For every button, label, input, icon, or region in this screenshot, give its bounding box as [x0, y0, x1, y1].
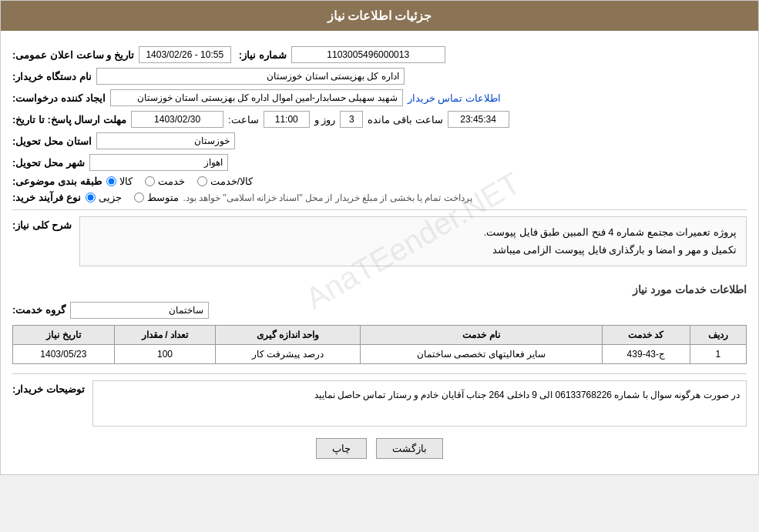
process-option-small[interactable]: جزیی — [86, 192, 122, 203]
deadline-date: 1403/02/30 — [131, 111, 223, 128]
process-radio-group: متوسط جزیی — [86, 192, 179, 203]
cell-date: 1403/05/23 — [13, 344, 115, 363]
process-note: پرداخت تمام یا بخشی از مبلغ خریدار از مح… — [183, 192, 472, 203]
small-label: جزیی — [99, 192, 122, 203]
table-row: 1ج-43-439سایر فعالیتهای تخصصی ساختماندرص… — [13, 344, 747, 363]
cell-code: ج-43-439 — [603, 344, 690, 363]
category-radio-kala[interactable] — [106, 176, 116, 186]
process-label: نوع فرآیند خرید: — [12, 192, 81, 203]
button-row: بازگشت چاپ — [12, 438, 747, 459]
khedmat-label: خدمت — [158, 176, 185, 187]
category-radio-kala-khedmat[interactable] — [197, 176, 207, 186]
kala-khedmat-label: کالا/خدمت — [210, 176, 254, 187]
deadline-days: 3 — [340, 111, 363, 128]
category-radio-khedmat[interactable] — [145, 176, 155, 186]
deadline-label: مهلت ارسال پاسخ: تا تاریخ: — [12, 114, 126, 125]
cell-quantity: 100 — [114, 344, 216, 363]
cell-row: 1 — [690, 344, 746, 363]
category-label: طبقه بندی موضوعی: — [12, 176, 102, 187]
col-header-unit: واحد اندازه گیری — [216, 325, 360, 344]
need-number-label: شماره نیاز: — [239, 49, 287, 61]
province-label: استان محل تحویل: — [12, 136, 92, 147]
buyer-org-value: اداره کل بهزیستی استان خوزستان — [96, 68, 405, 85]
buyer-desc-value: در صورت هرگونه سوال با شماره 06133768226… — [92, 380, 747, 427]
description-value: پروژه تعمیرات مجتمع شماره 4 فنح المبین ط… — [89, 223, 737, 259]
col-header-quantity: تعداد / مقدار — [114, 325, 216, 344]
announce-value: 1403/02/26 - 10:55 — [139, 46, 231, 63]
divider-1 — [12, 209, 747, 210]
process-option-medium[interactable]: متوسط — [134, 192, 179, 203]
cell-unit: درصد پیشرفت کار — [216, 344, 360, 363]
creator-value: شهید سهیلی حسابدار-امین اموال اداره کل ب… — [110, 89, 403, 106]
category-radio-group: کالا/خدمت خدمت کالا — [106, 176, 254, 187]
city-label: شهر محل تحویل: — [12, 157, 85, 169]
col-header-date: تاریخ نیاز — [13, 325, 115, 344]
day-label: روز و — [314, 114, 336, 125]
description-label: شرح کلی نیاز: — [12, 216, 72, 231]
deadline-time: 11:00 — [264, 111, 310, 128]
col-header-name: نام خدمت — [360, 325, 602, 344]
need-number-value: 1103005496000013 — [291, 46, 445, 63]
buyer-org-label: نام دستگاه خریدار: — [12, 71, 92, 82]
announce-label: تاریخ و ساعت اعلان عمومی: — [12, 49, 134, 61]
remaining-label: ساعت باقی مانده — [368, 114, 442, 125]
process-radio-small[interactable] — [86, 192, 96, 202]
process-radio-medium[interactable] — [134, 192, 144, 202]
col-header-code: کد خدمت — [603, 325, 690, 344]
buyer-desc-label: توضیحات خریدار: — [12, 380, 85, 395]
creator-link[interactable]: اطلاعات تماس خریدار — [408, 92, 501, 104]
page-header: جزئیات اطلاعات نیاز — [1, 1, 758, 31]
cell-name: سایر فعالیتهای تخصصی ساختمان — [360, 344, 602, 363]
kala-label: کالا — [119, 176, 133, 187]
page-title: جزئیات اطلاعات نیاز — [327, 9, 432, 22]
service-group-label: گروه خدمت: — [12, 304, 65, 316]
col-header-row: ردیف — [690, 325, 746, 344]
deadline-remaining: 23:45:34 — [448, 111, 509, 128]
time-label: ساعت: — [228, 114, 259, 125]
category-option-khedmat[interactable]: خدمت — [145, 176, 185, 187]
services-table: ردیف کد خدمت نام خدمت واحد اندازه گیری ت… — [12, 325, 747, 364]
category-option-kala-khedmat[interactable]: کالا/خدمت — [197, 176, 254, 187]
category-option-kala[interactable]: کالا — [106, 176, 133, 187]
divider-2 — [12, 373, 747, 374]
back-button[interactable]: بازگشت — [376, 438, 443, 459]
service-group-value: ساختمان — [70, 302, 209, 319]
creator-label: ایجاد کننده درخواست: — [12, 92, 106, 104]
services-section-title: اطلاعات خدمات مورد نیاز — [12, 283, 747, 296]
province-value: خوزستان — [96, 132, 235, 149]
print-button[interactable]: چاپ — [316, 438, 367, 459]
medium-label: متوسط — [147, 192, 179, 203]
city-value: اهواز — [89, 154, 228, 171]
